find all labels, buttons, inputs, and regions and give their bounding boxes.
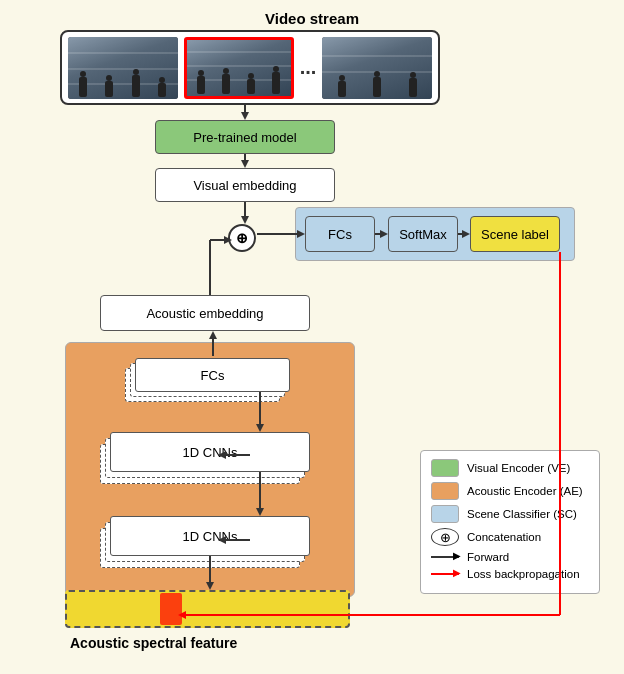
visual-embedding-label: Visual embedding bbox=[193, 178, 296, 193]
legend-label-ae: Acoustic Encoder (AE) bbox=[467, 485, 583, 497]
legend-label-backprop: Loss backpropagation bbox=[467, 568, 580, 580]
spectral-feature-box bbox=[65, 590, 350, 628]
video-stream-box: ... bbox=[60, 30, 440, 105]
cnn1-stack-front: 1D CNNs bbox=[110, 432, 310, 472]
spectral-feature-label: Acoustic spectral feature bbox=[70, 635, 237, 651]
svg-marker-16 bbox=[209, 331, 217, 339]
video-frame-highlighted bbox=[184, 37, 294, 99]
scene-label-box: Scene label bbox=[470, 216, 560, 252]
video-frame-1 bbox=[68, 37, 178, 99]
legend-label-ve: Visual Encoder (VE) bbox=[467, 462, 570, 474]
legend-label-forward: Forward bbox=[467, 551, 509, 563]
visual-embedding-box: Visual embedding bbox=[155, 168, 335, 202]
concat-symbol: ⊕ bbox=[228, 224, 256, 252]
acoustic-embedding-box: Acoustic embedding bbox=[100, 295, 310, 331]
video-frame-3 bbox=[322, 37, 432, 99]
legend-concat-symbol: ⊕ bbox=[431, 528, 459, 546]
frame-dots: ... bbox=[300, 56, 317, 79]
legend-item-sc: Scene Classifier (SC) bbox=[431, 505, 589, 523]
svg-marker-5 bbox=[241, 216, 249, 224]
diagram-container: Video stream bbox=[0, 0, 624, 674]
legend-item-concat: ⊕ Concatenation bbox=[431, 528, 589, 546]
fcs-stack-front: FCs bbox=[135, 358, 290, 392]
legend-box: Visual Encoder (VE) Acoustic Encoder (AE… bbox=[420, 450, 600, 594]
legend-label-concat: Concatenation bbox=[467, 531, 541, 543]
cnn2-stack-front: 1D CNNs bbox=[110, 516, 310, 556]
legend-color-ve bbox=[431, 459, 459, 477]
legend-forward-line: ▶ bbox=[431, 556, 459, 558]
svg-marker-3 bbox=[241, 160, 249, 168]
legend-color-ae bbox=[431, 482, 459, 500]
legend-item-ve: Visual Encoder (VE) bbox=[431, 459, 589, 477]
video-stream-label: Video stream bbox=[265, 10, 359, 27]
spectral-red-highlight bbox=[160, 593, 182, 625]
svg-marker-1 bbox=[241, 112, 249, 120]
pretrained-model-box: Pre-trained model bbox=[155, 120, 335, 154]
legend-label-sc: Scene Classifier (SC) bbox=[467, 508, 577, 520]
legend-item-ae: Acoustic Encoder (AE) bbox=[431, 482, 589, 500]
softmax-box: SoftMax bbox=[388, 216, 458, 252]
fcs-top-box: FCs bbox=[305, 216, 375, 252]
legend-item-backprop: ▶ Loss backpropagation bbox=[431, 568, 589, 580]
legend-item-forward: ▶ Forward bbox=[431, 551, 589, 563]
legend-backprop-line: ▶ bbox=[431, 573, 459, 575]
pretrained-model-label: Pre-trained model bbox=[193, 130, 296, 145]
legend-color-sc bbox=[431, 505, 459, 523]
